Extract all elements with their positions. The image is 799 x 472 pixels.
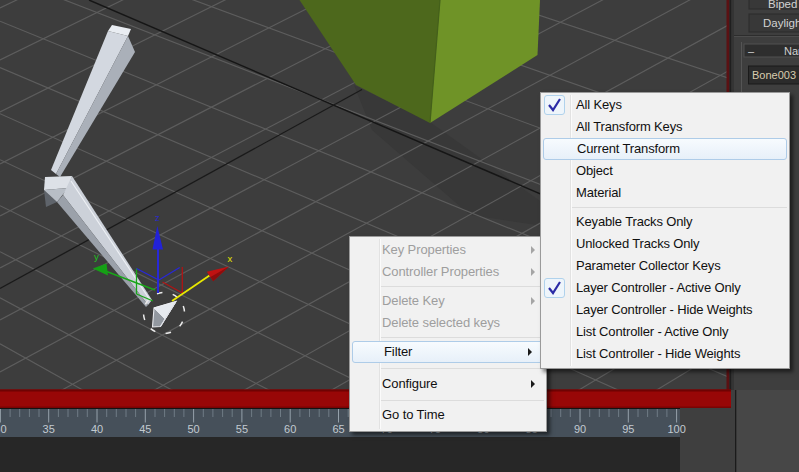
svg-text:45: 45 [139,423,151,435]
svg-text:65: 65 [332,423,344,435]
svg-text:90: 90 [574,423,586,435]
svg-text:y: y [94,251,99,262]
svg-text:Daylight...: Daylight... [763,17,799,29]
svg-text:z: z [155,212,160,223]
svg-text:Bone003: Bone003 [752,69,796,81]
svg-text:40: 40 [91,423,103,435]
svg-text:–: – [748,45,755,57]
svg-text:60: 60 [284,423,296,435]
svg-text:35: 35 [43,423,55,435]
svg-text:95: 95 [622,423,634,435]
svg-text:50: 50 [187,423,199,435]
svg-text:Name: Name [784,45,799,57]
svg-text:100: 100 [667,423,685,435]
svg-text:55: 55 [236,423,248,435]
svg-text:30: 30 [0,423,7,435]
svg-text:Biped: Biped [768,0,797,10]
svg-text:x: x [228,253,233,264]
